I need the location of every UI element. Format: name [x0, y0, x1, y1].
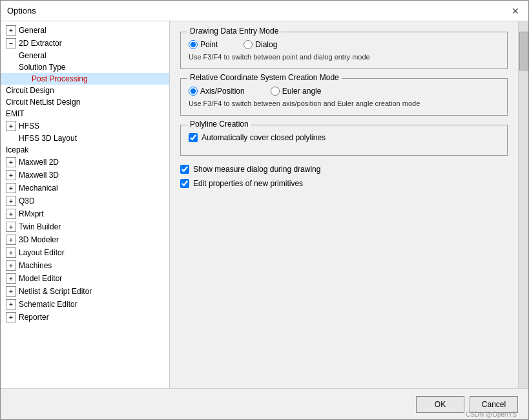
sidebar-item-maxwell-3d[interactable]: + Maxwell 3D [1, 169, 169, 182]
sidebar-label-model-editor: Model Editor [19, 274, 62, 283]
sidebar-item-netlist-script[interactable]: + Netlist & Script Editor [1, 285, 169, 298]
sidebar-label-2de-post: Post Processing [32, 74, 88, 83]
sidebar-item-model-editor[interactable]: + Model Editor [1, 272, 169, 285]
close-button[interactable]: ✕ [509, 5, 522, 17]
polyline-checkbox-label: Automatically cover closed polylines [202, 133, 326, 142]
relative-hint: Use F3/F4 to switch between axis/positio… [189, 100, 499, 107]
show-measure-checkbox[interactable] [180, 165, 189, 174]
expander-maxwell-3d: + [6, 170, 16, 180]
expander-twin-builder: + [6, 222, 16, 232]
sidebar-item-mechanical[interactable]: + Mechanical [1, 182, 169, 194]
edit-properties-row: Edit properties of new primitives [180, 179, 508, 188]
content-area: Drawing Data Entry Mode Point Dialog Use… [170, 21, 518, 388]
drawing-radio-row: Point Dialog [189, 40, 499, 49]
radio-dialog[interactable] [244, 40, 253, 49]
cancel-button[interactable]: Cancel [470, 396, 518, 413]
expander-netlist-script: + [6, 286, 16, 297]
radio-label-euler[interactable]: Euler angle [271, 87, 322, 96]
expander-mechanical: + [6, 183, 16, 193]
radio-label-axis[interactable]: Axis/Position [189, 87, 245, 96]
sidebar-label-2de-solution: Solution Type [19, 63, 66, 72]
sidebar-item-icepak[interactable]: Icepak [1, 144, 169, 156]
sidebar-item-circuit-design[interactable]: Circuit Design [1, 85, 169, 96]
sidebar-item-2d-extractor[interactable]: − 2D Extractor [1, 37, 169, 50]
show-measure-row: Show measure dialog during drawing [180, 165, 508, 174]
radio-label-point[interactable]: Point [189, 40, 218, 49]
radio-axis-label: Axis/Position [200, 87, 245, 96]
sidebar-label-maxwell-3d: Maxwell 3D [19, 171, 59, 180]
relative-coord-group: Relative Coordinate System Creation Mode… [180, 78, 508, 116]
sidebar-item-emit[interactable]: EMIT [1, 108, 169, 120]
sidebar-item-2de-solution[interactable]: Solution Type [1, 61, 169, 73]
sidebar-item-schematic-editor[interactable]: + Schematic Editor [1, 298, 169, 311]
expander-maxwell-2d: + [6, 157, 16, 167]
sidebar-label-hfss: HFSS [19, 121, 39, 131]
radio-point[interactable] [189, 40, 198, 49]
sidebar-label-mechanical: Mechanical [19, 184, 58, 193]
edit-properties-label: Edit properties of new primitives [193, 179, 303, 188]
sidebar-label-emit: EMIT [6, 109, 25, 118]
expander-reporter: + [6, 312, 16, 322]
sidebar-item-3d-modeler[interactable]: + 3D Modeler [1, 233, 169, 246]
sidebar-item-2de-general[interactable]: General [1, 50, 169, 61]
edit-properties-checkbox[interactable] [180, 179, 189, 188]
polyline-checkbox-row: Automatically cover closed polylines [189, 133, 499, 142]
relative-radio-row: Axis/Position Euler angle [189, 87, 499, 96]
radio-euler[interactable] [271, 87, 280, 96]
expander-3d-modeler: + [6, 235, 16, 245]
sidebar-label-layout-editor: Layout Editor [19, 248, 65, 257]
sidebar-label-machines: Machines [19, 261, 52, 270]
sidebar-item-hfss-3d[interactable]: HFSS 3D Layout [1, 132, 169, 144]
sidebar-label-2de-general: General [19, 51, 47, 60]
content-scrollbar[interactable] [518, 21, 528, 388]
sidebar-item-reporter[interactable]: + Reporter [1, 311, 169, 324]
sidebar-label-general: General [19, 26, 47, 35]
sidebar-item-rmxprt[interactable]: + RMxprt [1, 207, 169, 220]
sidebar-label-circuit-design: Circuit Design [6, 86, 54, 95]
show-measure-label: Show measure dialog during drawing [193, 165, 320, 174]
sidebar-item-general[interactable]: + General [1, 24, 169, 37]
title-bar: Options ✕ [1, 1, 528, 21]
sidebar: + General − 2D Extractor General Solutio… [1, 21, 170, 388]
expander-general: + [6, 25, 16, 36]
polyline-group: Polyline Creation Automatically cover cl… [180, 125, 508, 156]
sidebar-label-3d-modeler: 3D Modeler [19, 235, 59, 244]
polyline-group-title: Polyline Creation [187, 120, 251, 129]
ok-button[interactable]: OK [416, 396, 464, 413]
main-content: + General − 2D Extractor General Solutio… [1, 21, 528, 388]
drawing-data-group: Drawing Data Entry Mode Point Dialog Use… [180, 32, 508, 69]
expander-2d-extractor: − [6, 38, 16, 48]
expander-machines: + [6, 260, 16, 271]
radio-point-label: Point [200, 40, 218, 49]
dialog-title: Options [7, 6, 36, 16]
sidebar-item-2de-post[interactable]: Post Processing [1, 73, 169, 85]
watermark: CSDN @OpenYS [466, 411, 517, 418]
drawing-group-title: Drawing Data Entry Mode [187, 26, 281, 36]
sidebar-item-q3d[interactable]: + Q3D [1, 194, 169, 207]
expander-schematic-editor: + [6, 299, 16, 310]
sidebar-label-rmxprt: RMxprt [19, 209, 44, 218]
sidebar-item-circuit-netlist[interactable]: Circuit NetList Design [1, 96, 169, 108]
expander-hfss: + [6, 121, 16, 131]
sidebar-label-reporter: Reporter [19, 313, 49, 322]
radio-dialog-label: Dialog [255, 40, 277, 49]
sidebar-item-hfss[interactable]: + HFSS [1, 120, 169, 132]
sidebar-label-q3d: Q3D [19, 196, 35, 205]
sidebar-item-machines[interactable]: + Machines [1, 259, 169, 272]
radio-label-dialog[interactable]: Dialog [244, 40, 277, 49]
sidebar-label-netlist-script: Netlist & Script Editor [19, 287, 92, 296]
bottom-bar: OK Cancel [1, 388, 528, 419]
sidebar-item-twin-builder[interactable]: + Twin Builder [1, 220, 169, 233]
sidebar-label-circuit-netlist: Circuit NetList Design [6, 98, 80, 107]
relative-group-title: Relative Coordinate System Creation Mode [187, 73, 342, 82]
radio-axis[interactable] [189, 87, 198, 96]
expander-q3d: + [6, 196, 16, 206]
sidebar-label-schematic-editor: Schematic Editor [19, 300, 78, 309]
sidebar-label-icepak: Icepak [6, 145, 28, 154]
sidebar-item-layout-editor[interactable]: + Layout Editor [1, 246, 169, 259]
polyline-checkbox[interactable] [189, 133, 198, 142]
scroll-thumb[interactable] [519, 32, 528, 70]
sidebar-item-maxwell-2d[interactable]: + Maxwell 2D [1, 156, 169, 169]
radio-euler-label: Euler angle [282, 87, 322, 96]
expander-rmxprt: + [6, 209, 16, 219]
